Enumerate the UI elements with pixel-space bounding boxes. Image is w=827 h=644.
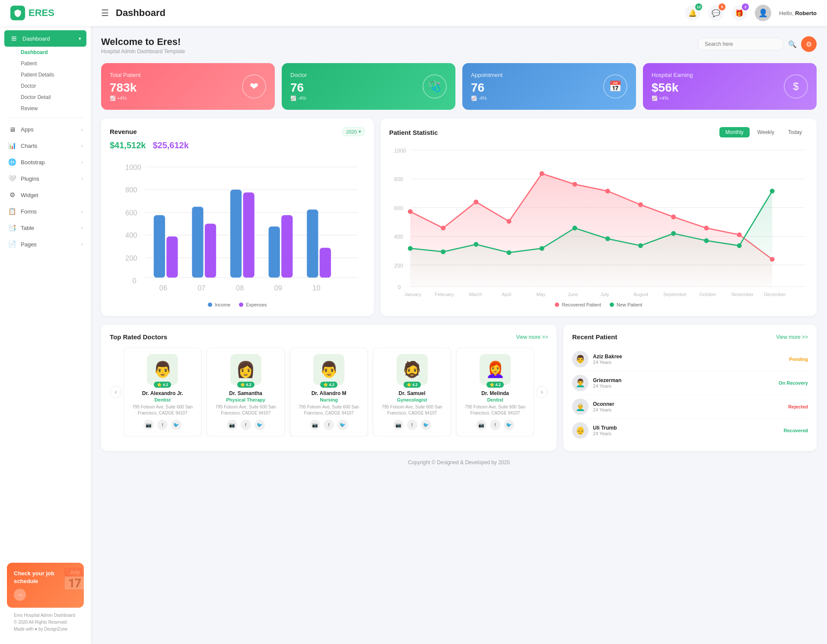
- facebook-button[interactable]: f: [324, 420, 334, 430]
- pages-label: Pages: [21, 241, 37, 248]
- sidebar-item-table[interactable]: 📑 Table ›: [0, 220, 91, 236]
- doctor-card: 👨 ⭐ 4.2 Dr. Aliandro M Nursing 795 Folso…: [290, 348, 368, 437]
- sidebar-item-charts[interactable]: 📊 Charts ›: [0, 137, 91, 154]
- submenu-dashboard[interactable]: Dashboard: [21, 47, 91, 58]
- search-button[interactable]: 🔍: [788, 40, 797, 48]
- doctor-socials: 📷 f 🐦: [211, 420, 280, 430]
- patient-status: Rejected: [788, 404, 808, 409]
- svg-point-57: [539, 246, 544, 251]
- svg-point-49: [704, 226, 709, 230]
- sidebar-item-plugins[interactable]: 🤍 Plugins ›: [0, 170, 91, 187]
- twitter-button[interactable]: 🐦: [421, 420, 431, 430]
- instagram-button[interactable]: 📷: [143, 420, 154, 430]
- tab-monthly[interactable]: Monthly: [719, 127, 750, 137]
- user-avatar[interactable]: 👤: [755, 5, 771, 21]
- tab-today[interactable]: Today: [782, 127, 808, 137]
- recent-view-more[interactable]: View more >>: [776, 334, 808, 340]
- rating-badge: ⭐ 4.2: [487, 382, 504, 388]
- svg-text:September: September: [663, 292, 687, 297]
- submenu-doctor-detail[interactable]: Doctor Detail: [21, 92, 91, 103]
- plugins-icon: 🤍: [8, 175, 16, 182]
- recent-section-header: Recent Patient View more >>: [572, 333, 808, 341]
- svg-point-62: [704, 238, 709, 243]
- forms-icon: 📋: [8, 207, 16, 215]
- svg-point-46: [605, 189, 610, 194]
- stat-icon: 📅: [603, 74, 627, 99]
- sidebar-item-bootstrap[interactable]: 🌐 Bootstrap ›: [0, 154, 91, 170]
- patient-stat-header: Patient Statistic Monthly Weekly Today: [389, 127, 808, 137]
- svg-rect-21: [320, 248, 331, 277]
- sidebar-item-dashboard[interactable]: ⊞ Dashboard ▾: [4, 30, 86, 47]
- doctor-card: 👨 ⭐ 4.2 Dr. Alexandro Jr. Dentist 795 Fo…: [124, 348, 201, 437]
- stat-tabs: Monthly Weekly Today: [719, 127, 808, 137]
- doctor-avatar-wrap: 🧔 ⭐ 4.2: [397, 354, 428, 385]
- dashboard-icon: ⊞: [10, 35, 18, 42]
- patient-status: On Recovery: [779, 380, 808, 386]
- twitter-button[interactable]: 🐦: [337, 420, 348, 430]
- job-schedule-card[interactable]: Check your job schedule → 📅: [7, 563, 84, 608]
- carousel-next-button[interactable]: ›: [536, 386, 548, 398]
- facebook-button[interactable]: f: [241, 420, 251, 430]
- notifications-button[interactable]: 🔔 12: [685, 5, 700, 21]
- recent-patients-card: Recent Patient View more >> 👨 Aziz Bakre…: [563, 325, 817, 451]
- facebook-button[interactable]: f: [490, 420, 500, 430]
- facebook-button[interactable]: f: [157, 420, 168, 430]
- gifts-button[interactable]: 🎁 2: [732, 5, 747, 21]
- svg-point-55: [474, 242, 478, 247]
- main-content: Welcome to Eres! Hospital Admin Dashboar…: [91, 26, 827, 644]
- new-patient-legend: New Patient: [610, 302, 642, 307]
- facebook-button[interactable]: f: [407, 420, 417, 430]
- doctor-specialty: Dentist: [128, 397, 197, 402]
- sidebar-item-widget[interactable]: ⚙ Widget: [0, 187, 91, 203]
- submenu-patient-details[interactable]: Patient Details: [21, 69, 91, 80]
- search-input[interactable]: [697, 38, 784, 51]
- user-greeting: Hello, Roberto: [779, 10, 817, 16]
- chevron-icon: ▾: [359, 129, 361, 134]
- topnav: ERES ☰ Dashboard 🔔 12 💬 5 🎁 2 👤 Hello, R…: [0, 0, 827, 26]
- sidebar-dashboard-label: Dashboard: [22, 35, 50, 42]
- sidebar-item-pages[interactable]: 📄 Pages ›: [0, 236, 91, 252]
- submenu-patient[interactable]: Patient: [21, 58, 91, 69]
- shield-icon: [13, 9, 22, 17]
- doctor-socials: 📷 f 🐦: [378, 420, 446, 430]
- patient-avatar: 👴: [572, 422, 588, 439]
- instagram-button[interactable]: 📷: [310, 420, 320, 430]
- svg-text:January: January: [404, 292, 421, 297]
- svg-rect-16: [230, 190, 242, 277]
- sidebar-item-forms[interactable]: 📋 Forms ›: [0, 203, 91, 220]
- job-card-arrow-button[interactable]: →: [14, 589, 26, 601]
- tab-weekly[interactable]: Weekly: [751, 127, 780, 137]
- submenu-review[interactable]: Review: [21, 103, 91, 114]
- doctors-view-more[interactable]: View more >>: [516, 334, 548, 340]
- doctor-specialty: Gynecologist: [378, 397, 446, 402]
- patient-info: Oconner 24 Years: [593, 401, 784, 412]
- sidebar-footer: Check your job schedule → 📅 Eres Hospita…: [0, 556, 91, 644]
- doctor-name: Dr. Alexandro Jr.: [128, 390, 197, 396]
- hamburger-icon[interactable]: ☰: [101, 8, 109, 18]
- settings-button[interactable]: ⚙: [801, 36, 817, 52]
- svg-text:April: April: [502, 292, 511, 297]
- doctor-socials: 📷 f 🐦: [128, 420, 197, 430]
- twitter-button[interactable]: 🐦: [254, 420, 265, 430]
- app-name: ERES: [29, 7, 54, 19]
- instagram-button[interactable]: 📷: [476, 420, 487, 430]
- apps-label: Apps: [21, 126, 34, 133]
- revenue-chart-card: Revenue 2020 ▾ $41,512k $25,612k 1000 80…: [101, 118, 374, 316]
- patient-status: Pending: [789, 357, 808, 362]
- messages-button[interactable]: 💬 5: [708, 5, 724, 21]
- carousel-prev-button[interactable]: ‹: [110, 386, 122, 398]
- apps-icon: 🖥: [8, 126, 16, 133]
- doctors-section-header: Top Rated Doctors View more >>: [110, 333, 548, 341]
- svg-point-47: [638, 202, 643, 207]
- patient-name: Oconner: [593, 401, 784, 407]
- instagram-button[interactable]: 📷: [227, 420, 237, 430]
- plugins-arrow-icon: ›: [81, 176, 83, 181]
- submenu-doctor[interactable]: Doctor: [21, 80, 91, 92]
- twitter-button[interactable]: 🐦: [171, 420, 181, 430]
- search-bar: 🔍 ⚙: [697, 36, 817, 52]
- sidebar-item-apps[interactable]: 🖥 Apps ›: [0, 121, 91, 137]
- instagram-button[interactable]: 📷: [393, 420, 404, 430]
- year-selector[interactable]: 2020 ▾: [342, 127, 365, 136]
- patient-name: Uli Trumb: [593, 425, 779, 431]
- twitter-button[interactable]: 🐦: [504, 420, 514, 430]
